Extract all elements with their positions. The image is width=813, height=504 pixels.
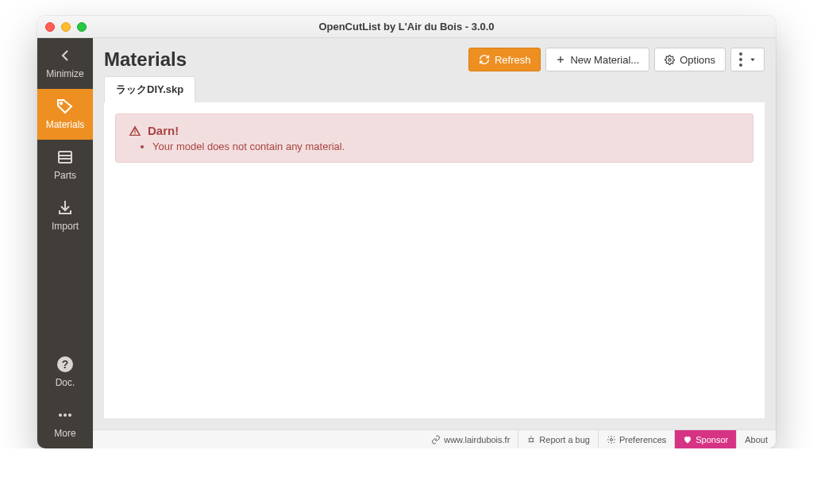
sidebar-item-more[interactable]: More	[37, 398, 93, 448]
svg-line-16	[533, 438, 534, 439]
main-panel: Materials Refresh New Material... Option…	[93, 38, 776, 448]
bug-icon	[526, 435, 536, 444]
svg-point-19	[610, 438, 612, 441]
new-material-button[interactable]: New Material...	[545, 48, 649, 71]
window-controls	[45, 22, 87, 32]
sidebar-spacer	[37, 241, 93, 347]
sidebar-item-materials[interactable]: Materials	[37, 89, 93, 140]
minimize-window-button[interactable]	[61, 22, 71, 32]
footer-site-link[interactable]: www.lairdubois.fr	[423, 430, 518, 448]
refresh-label: Refresh	[495, 54, 531, 66]
toolbar: Materials Refresh New Material... Option…	[93, 38, 776, 76]
list-icon	[56, 148, 75, 167]
svg-point-7	[64, 414, 67, 417]
more-icon	[56, 406, 75, 425]
tab-file[interactable]: ラックDIY.skp	[104, 76, 195, 102]
options-button[interactable]: Options	[654, 48, 726, 71]
titlebar: OpenCutList by L'Air du Bois - 3.0.0	[37, 16, 776, 38]
zoom-window-button[interactable]	[77, 22, 87, 32]
svg-rect-1	[59, 152, 71, 163]
footer-sponsor-link[interactable]: Sponsor	[674, 430, 736, 448]
content-area: Darn! Your model does not contain any ma…	[104, 102, 765, 418]
sidebar-item-minimize[interactable]: Minimize	[37, 38, 93, 89]
kebab-icon	[739, 52, 742, 67]
app-body: Minimize Materials Parts Import ? Doc.	[37, 38, 776, 448]
footer-bug-link[interactable]: Report a bug	[518, 430, 598, 448]
options-label: Options	[680, 54, 715, 66]
svg-point-8	[68, 414, 71, 417]
sidebar-item-doc[interactable]: ? Doc.	[37, 347, 93, 398]
alert-title: Darn!	[148, 124, 179, 137]
sidebar: Minimize Materials Parts Import ? Doc.	[37, 38, 93, 448]
footer-site-label: www.lairdubois.fr	[444, 435, 510, 444]
window-title: OpenCutList by L'Air du Bois - 3.0.0	[37, 21, 776, 33]
page-title: Materials	[104, 48, 187, 71]
alert-title-row: Darn!	[129, 124, 740, 137]
sidebar-label-more: More	[54, 428, 75, 439]
refresh-icon	[479, 54, 490, 65]
sidebar-label-materials: Materials	[46, 119, 85, 130]
svg-point-13	[530, 438, 534, 442]
gear-icon	[607, 435, 616, 444]
sidebar-label-doc: Doc.	[56, 377, 75, 388]
chevron-left-icon	[56, 46, 75, 65]
svg-point-0	[60, 102, 62, 104]
sidebar-item-import[interactable]: Import	[37, 190, 93, 241]
footer-bar: www.lairdubois.fr Report a bug Preferenc…	[93, 429, 776, 448]
link-icon	[431, 435, 441, 444]
warning-icon	[129, 125, 141, 137]
svg-line-18	[533, 441, 534, 442]
plus-icon	[556, 55, 565, 64]
footer-about-label: About	[745, 435, 768, 444]
footer-sponsor-label: Sponsor	[695, 435, 728, 444]
footer-bug-label: Report a bug	[539, 435, 590, 444]
sponsor-icon	[683, 435, 692, 444]
sidebar-label-minimize: Minimize	[46, 68, 83, 79]
svg-marker-12	[750, 59, 754, 61]
close-window-button[interactable]	[45, 22, 55, 32]
more-actions-button[interactable]	[730, 48, 765, 71]
sidebar-label-parts: Parts	[54, 170, 76, 181]
new-material-label: New Material...	[570, 54, 639, 66]
gear-icon	[665, 55, 675, 65]
footer-about-link[interactable]: About	[736, 430, 776, 448]
app-window: OpenCutList by L'Air du Bois - 3.0.0 Min…	[37, 16, 776, 448]
help-icon: ?	[56, 355, 75, 374]
tab-file-label: ラックDIY.skp	[116, 83, 183, 95]
svg-point-11	[669, 58, 671, 60]
svg-line-17	[529, 441, 530, 442]
svg-point-6	[59, 414, 62, 417]
footer-prefs-label: Preferences	[619, 435, 666, 444]
tag-icon	[56, 97, 75, 116]
svg-text:?: ?	[62, 358, 69, 371]
refresh-button[interactable]: Refresh	[468, 48, 541, 71]
sidebar-item-parts[interactable]: Parts	[37, 140, 93, 190]
alert-message: Your model does not contain any material…	[152, 140, 740, 152]
tab-bar: ラックDIY.skp	[93, 76, 776, 102]
import-icon	[56, 198, 75, 217]
warning-alert: Darn! Your model does not contain any ma…	[115, 113, 753, 163]
chevron-down-icon	[749, 56, 756, 63]
sidebar-label-import: Import	[52, 221, 79, 232]
footer-prefs-link[interactable]: Preferences	[598, 430, 674, 448]
svg-line-15	[529, 438, 530, 439]
